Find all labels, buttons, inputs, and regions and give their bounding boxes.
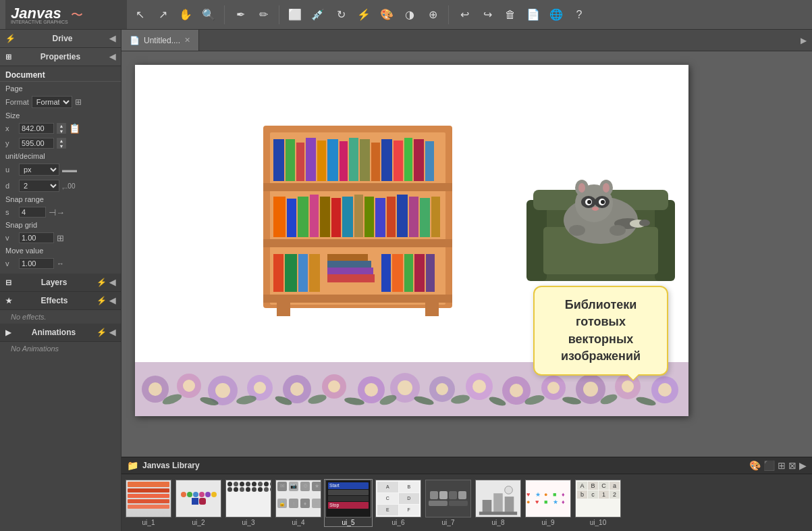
tab-scroll-right[interactable]: ▶ [795, 36, 812, 45]
svg-point-103 [658, 383, 672, 397]
library-thumb-8[interactable]: ui_8 [474, 480, 522, 526]
bottom-library: 📁 Janvas Library 🎨 ⬛ ⊞ ⊠ ▶ [121, 457, 812, 531]
format-select[interactable]: Format A4 A3 [32, 96, 72, 108]
library-scroll-right[interactable]: ▶ [799, 460, 807, 471]
layers-header: ⊟ Layers ⚡ ◀ [0, 274, 121, 292]
decimal-prefix: d [5, 182, 16, 190]
thumb-img-10: A B C a b c 1 2 [575, 480, 621, 517]
move-value-row: v 1.00 ↔ [0, 256, 121, 271]
animations-flash-icon[interactable]: ⚡ [97, 328, 107, 337]
help-button[interactable]: ? [569, 5, 589, 25]
properties-collapse-icon[interactable]: ◀ [109, 52, 115, 61]
library-thumb-7[interactable]: ui_7 [424, 480, 472, 526]
library-thumb-10[interactable]: A B C a b c 1 2 ui_10 [574, 480, 622, 526]
no-animations-text: No Animations [0, 342, 121, 355]
no-effects-text: No effects. [0, 310, 121, 324]
svg-point-75 [148, 382, 162, 396]
size-x-down[interactable]: ▼ [57, 128, 66, 134]
snap-input[interactable]: 4 [19, 207, 46, 218]
effects-flash-icon[interactable]: ⚡ [97, 296, 107, 305]
library-thumb-1[interactable]: ui_1 [124, 480, 173, 526]
library-thumb-9[interactable]: ♥ ★ ● ■ ♦ ● ♥ ■ ★ ♦ ui_9 [524, 480, 572, 526]
size-y-spinner[interactable]: ▲ ▼ [57, 138, 66, 149]
svg-point-63 [592, 207, 599, 211]
svg-rect-25 [310, 195, 319, 237]
pen-tool[interactable]: ✒ [230, 5, 250, 25]
layers-label: Layers [41, 278, 67, 287]
library-arrange-icon[interactable]: ⊠ [788, 460, 796, 471]
select-arrow-tool[interactable]: ↖ [130, 5, 150, 25]
svg-rect-45 [381, 254, 391, 292]
tab-close-button[interactable]: ✕ [184, 36, 190, 45]
eyedropper-tool[interactable]: 💉 [308, 5, 328, 25]
separator-3 [448, 5, 449, 24]
pencil-tool[interactable]: ✏ [253, 5, 273, 25]
globe-button[interactable]: 🌐 [546, 5, 566, 25]
animations-collapse-icon[interactable]: ◀ [109, 328, 115, 337]
canvas-area[interactable]: Библиотеки готовых векторных изображений [121, 51, 812, 457]
thumb-img-1 [126, 480, 171, 517]
logo: Janvas INTERACTIVE GRAPHICS [11, 5, 68, 24]
library-thumb-5[interactable]: Start Stop ui_5 [324, 479, 373, 527]
rectangle-tool[interactable]: ⬜ [285, 5, 305, 25]
unit-select[interactable]: px mm cm [19, 163, 59, 176]
effects-collapse-icon[interactable]: ◀ [109, 296, 115, 305]
drive-collapse-icon[interactable]: ◀ [109, 34, 115, 43]
library-color-icon[interactable]: 🎨 [749, 460, 761, 471]
layers-icon: ⊟ [5, 278, 11, 287]
move-value-label: Move value [0, 245, 121, 256]
svg-rect-20 [414, 139, 424, 181]
select-tool[interactable]: ↗ [153, 5, 173, 25]
size-y-up[interactable]: ▲ [57, 138, 66, 143]
library-palette-icon[interactable]: ⬛ [763, 460, 775, 471]
tooltip-bubble: Библиотеки готовых векторных изображений [533, 286, 668, 376]
svg-point-62 [601, 200, 605, 204]
layers-flash-icon[interactable]: ⚡ [97, 278, 107, 287]
snap-range-label: Snap range [0, 194, 121, 205]
svg-rect-18 [394, 141, 403, 181]
gradient-tool[interactable]: ◑ [400, 5, 420, 25]
svg-rect-2 [263, 183, 452, 191]
flash-tool[interactable]: ⚡ [354, 5, 374, 25]
size-x-up[interactable]: ▲ [57, 123, 66, 128]
svg-rect-40 [309, 254, 320, 292]
thumb-label-6: ui_6 [392, 519, 405, 526]
zoom-tool[interactable]: 🔍 [198, 5, 219, 25]
size-y-down[interactable]: ▼ [57, 143, 66, 149]
library-thumb-6[interactable]: A B C D E F ui_6 [374, 480, 423, 526]
fill-tool[interactable]: 🎨 [377, 5, 397, 25]
library-title: Janvas Library [142, 461, 200, 470]
redo-button[interactable]: ↪ [477, 5, 497, 25]
effects-header: ★ Effects ⚡ ◀ [0, 292, 121, 310]
drive-header: ⚡ Drive ◀ [0, 30, 121, 48]
layers-collapse-icon[interactable]: ◀ [109, 278, 115, 287]
thumb-label-10: ui_10 [590, 519, 606, 526]
move-value-input[interactable]: 1.00 [19, 258, 54, 269]
svg-rect-6 [425, 301, 439, 316]
tab-file-icon: 📄 [130, 36, 140, 45]
library-thumb-3[interactable]: ui_3 [224, 480, 273, 526]
undo-button[interactable]: ↩ [454, 5, 475, 25]
size-y-input[interactable]: 595.00 [19, 138, 54, 149]
decimal-select[interactable]: 2 0 1 3 [19, 180, 59, 192]
move-icon: ↔ [57, 259, 64, 268]
document-button[interactable]: 📄 [523, 5, 543, 25]
effects-icon: ★ [5, 297, 12, 305]
library-thumb-2[interactable]: ui_2 [174, 480, 223, 526]
library-grid-icon[interactable]: ⊞ [778, 460, 786, 471]
canvas[interactable]: Библиотеки готовых векторных изображений [135, 65, 688, 416]
library-thumb-4[interactable]: ✉ 📷 ⚙ ★ 🔒 ↑ ♦ ≡ ui_4 [274, 480, 323, 526]
size-x-input[interactable]: 842.00 [19, 123, 54, 134]
move-tool[interactable]: ⊕ [423, 5, 443, 25]
snap-grid-input[interactable]: 1.00 [19, 232, 54, 243]
size-x-spinner[interactable]: ▲ ▼ [57, 123, 66, 134]
hand-tool[interactable]: ✋ [175, 5, 196, 25]
delete-button[interactable]: 🗑 [500, 5, 520, 25]
size-y-row: y 595.00 ▲ ▼ [0, 136, 121, 151]
svg-rect-30 [364, 197, 374, 237]
size-x-icon: 📋 [69, 123, 80, 134]
rotate-tool[interactable]: ↻ [331, 5, 351, 25]
separator-2 [279, 5, 279, 24]
svg-rect-47 [404, 254, 413, 292]
active-tab[interactable]: 📄 Untitled.... ✕ [121, 30, 199, 51]
